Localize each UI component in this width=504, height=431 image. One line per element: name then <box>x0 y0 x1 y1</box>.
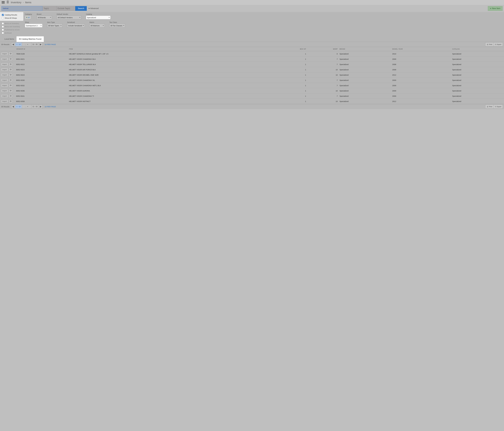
preview-button[interactable] <box>9 78 13 82</box>
col-catalog[interactable]: CATALOG <box>451 47 504 51</box>
import-button[interactable]: Import <box>1 89 8 92</box>
cell-box-of: 1 <box>268 88 307 94</box>
pager-range-last-footer[interactable]: 31 - 35 <box>31 104 39 109</box>
brand-select[interactable]: All Brands <box>37 16 52 19</box>
advanced-toggle[interactable]: Advanced <box>88 6 99 11</box>
tags-input[interactable] <box>42 6 56 11</box>
import-button[interactable]: Import <box>1 73 8 76</box>
type-label: Item Type <box>47 21 62 23</box>
chevron-left-icon: ◀ <box>12 43 14 46</box>
svg-point-7 <box>10 90 11 91</box>
pager-range-dropdown-footer[interactable]: ... ▼ <box>22 104 31 109</box>
import-button[interactable]: Import <box>1 94 8 98</box>
vendor-select[interactable]: All Default Vendors <box>57 16 81 19</box>
type-select[interactable]: All Item Types <box>47 24 62 28</box>
preview-button[interactable] <box>9 57 13 61</box>
pager-prev-button[interactable]: ◀ <box>11 42 15 46</box>
facet-items-with-inventory[interactable]: Items w/ Inventory <box>2 22 25 25</box>
tab-catalog-matches[interactable]: 35 Catalog Matches Found <box>16 36 44 42</box>
preview-button[interactable] <box>9 89 13 92</box>
cell-msrp: 10 <box>307 88 339 94</box>
export-button[interactable]: ⎘ Export <box>494 42 503 46</box>
print-button-footer[interactable]: 🖨 Print <box>485 104 494 109</box>
col-item[interactable]: ITEM <box>68 47 268 51</box>
menu-icon[interactable] <box>2 1 5 4</box>
facet-published-ecom-checkbox[interactable] <box>2 29 4 31</box>
col-model-year[interactable]: MODEL YEAR <box>391 47 451 51</box>
import-button[interactable]: Import <box>1 100 8 103</box>
pager-range-dropdown[interactable]: ... ▼ <box>22 42 31 46</box>
preview-button[interactable] <box>9 52 13 56</box>
preview-button[interactable] <box>9 94 13 98</box>
import-button[interactable]: Import <box>1 84 8 87</box>
advanced-label: Advanced <box>90 7 99 9</box>
search-button[interactable]: Search <box>75 6 87 11</box>
breadcrumb-root[interactable]: Inventory <box>11 1 21 4</box>
serialized-select[interactable]: Include Serialized <box>67 24 85 28</box>
pager-range-current-footer[interactable]: 1 - 10 <box>15 104 22 109</box>
preview-button[interactable] <box>9 73 13 76</box>
cell-vendor-id: 6052-0022 <box>15 62 68 67</box>
brand-label: Brand <box>37 13 52 15</box>
import-button[interactable]: Import <box>1 68 8 71</box>
chevron-right-icon: ▶ <box>40 43 42 46</box>
facet-archived[interactable]: Archived <box>2 31 25 35</box>
facet-items-without-inventory[interactable]: Items w/o Inventory <box>2 25 25 28</box>
shop-select[interactable]: Gameporium 2 <box>25 24 42 28</box>
cell-msrp: 7 <box>307 94 339 99</box>
cell-vendor-id: 6052-0023 <box>15 67 68 72</box>
vendor-label: Default Vendor <box>57 13 81 15</box>
preview-button[interactable] <box>9 100 13 103</box>
col-vendor-id[interactable]: VENDOR ID <box>15 47 68 51</box>
cell-catalog: Specialized <box>451 72 504 78</box>
facet-show-all-shops-checkbox[interactable] <box>2 17 4 19</box>
pager-next-button[interactable]: ▶ <box>39 42 43 46</box>
pager-prev-button-footer[interactable]: ◀ <box>11 104 15 109</box>
per-page-link-footer[interactable]: 10 PER PAGE <box>45 106 56 108</box>
facet-items-with-inventory-checkbox[interactable] <box>2 23 4 24</box>
tax-select[interactable]: All Tax Classes <box>109 24 125 28</box>
eye-icon <box>10 90 12 92</box>
cell-box-of: 1 <box>268 83 307 88</box>
facet-label: Show All Shops <box>5 17 17 19</box>
exclude-tags-input[interactable] <box>56 6 75 11</box>
cell-item: HELMET VISOR AIR FORCE BLK <box>68 67 268 72</box>
col-box-of[interactable]: BOX OF <box>268 47 307 51</box>
cell-brand: Specialized <box>339 78 391 83</box>
cell-model-year: 2012 <box>391 99 451 104</box>
col-brand[interactable]: BRAND <box>339 47 391 51</box>
col-msrp[interactable]: MSRP <box>307 47 339 51</box>
preview-button[interactable] <box>9 84 13 87</box>
pager-next-button-footer[interactable]: ▶ <box>39 104 43 109</box>
category-all-button[interactable]: + All <box>25 16 31 19</box>
new-item-button[interactable]: + New Item <box>488 6 503 11</box>
pager-range-last[interactable]: 31 - 35 <box>31 42 39 46</box>
catalog-select[interactable]: Specialized <box>86 16 111 19</box>
facet-catalog-results-checkbox[interactable] <box>2 14 4 16</box>
preview-button[interactable] <box>9 68 13 71</box>
preview-button[interactable] <box>9 63 13 66</box>
facet-published-ecom[interactable]: Published to eCom <box>2 28 25 31</box>
chevron-right-icon: ▶ <box>40 105 42 108</box>
cell-catalog: Specialized <box>451 99 504 104</box>
matrix-select[interactable]: All Matrices <box>90 24 105 28</box>
search-input[interactable] <box>1 6 42 11</box>
tab-local-items[interactable]: Local Items <box>2 36 16 42</box>
import-button[interactable]: Import <box>1 57 8 61</box>
cell-vendor-id: 7606-0108 <box>15 51 68 56</box>
table-row: Import6052-0041HELMET VISOR CHAMONIX TI1… <box>0 94 504 99</box>
import-button[interactable]: Import <box>1 78 8 82</box>
pager-range-current[interactable]: 1 - 10 <box>15 42 22 46</box>
facet-items-without-inventory-checkbox[interactable] <box>2 26 4 28</box>
facet-archived-checkbox[interactable] <box>2 32 4 34</box>
print-button[interactable]: 🖨 Print <box>485 42 494 46</box>
export-button-footer[interactable]: ⎘ Export <box>494 104 503 109</box>
per-page-link[interactable]: 10 PER PAGE <box>45 43 56 46</box>
import-button[interactable]: Import <box>1 52 8 56</box>
eye-icon <box>10 85 12 86</box>
svg-point-6 <box>10 85 11 85</box>
import-button[interactable]: Import <box>1 63 8 66</box>
category-label: Category <box>25 13 32 15</box>
facet-show-all-shops[interactable]: Show All Shops <box>2 16 21 19</box>
facet-catalog-results[interactable]: Catalog Results <box>2 13 21 16</box>
